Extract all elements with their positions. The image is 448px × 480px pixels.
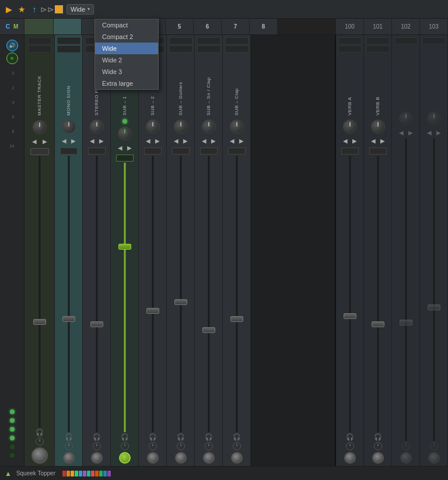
ch2-clock[interactable] [93,442,101,450]
view-dropdown-button[interactable]: Wide ▾ [66,4,94,15]
ch100-clock[interactable] [346,442,354,450]
ch6-knob[interactable] [203,452,215,464]
ch101-arrow-right[interactable]: ▶ [379,136,386,145]
master-pan-knob[interactable] [33,120,47,134]
ch1-fader-handle[interactable] [62,316,75,322]
c-button[interactable]: 🔊 [6,40,18,51]
ch7-clock[interactable] [233,442,241,450]
ch6-pan-knob[interactable] [202,120,216,134]
ch101-clock[interactable] [374,442,382,450]
ch6-headphone[interactable]: 🎧 [205,433,213,441]
dropdown-item-compact2[interactable]: Compact 2 [95,31,158,43]
play-icon[interactable]: ▶ [4,4,14,15]
ch2-headphone[interactable]: 🎧 [93,433,101,441]
m-button[interactable]: ≡ [6,52,18,64]
ch102-pan-knob[interactable] [399,111,413,125]
ch4-headphone[interactable]: 🎧 [149,433,157,441]
ch101-headphone[interactable]: 🎧 [374,433,382,441]
ch101-arrow-left[interactable]: ◀ [370,136,377,145]
ch102-fader-handle[interactable] [400,320,412,325]
ch103-knob[interactable] [428,452,440,464]
ch4-arrow-right[interactable]: ▶ [154,136,161,145]
ch3-knob[interactable] [119,452,131,464]
ch6-fader-handle[interactable] [202,327,215,333]
ch6-arrow-left[interactable]: ◀ [201,136,208,145]
header-ch7[interactable]: 7 [222,19,250,34]
ch5-clock[interactable] [177,442,185,450]
ch100-arrow-right[interactable]: ▶ [351,136,358,145]
up-icon[interactable]: ↑ [29,4,40,15]
skip-icon[interactable]: ⊳⊳ [42,4,52,15]
ch100-headphone[interactable]: 🎧 [346,433,354,441]
star-icon[interactable]: ★ [16,4,27,15]
header-ch5[interactable]: 5 [166,19,194,34]
ch3-arrow-left[interactable]: ◀ [117,143,124,152]
header-103[interactable]: 103 [420,19,448,34]
ch7-pan-knob[interactable] [230,120,244,134]
ch1-clock[interactable] [65,442,73,450]
ch6-insert2[interactable] [197,45,220,52]
master-arrow-left[interactable]: ◀ [31,137,38,146]
ch2-fader-handle[interactable] [90,321,103,327]
ch7-insert2[interactable] [225,45,249,52]
header-101[interactable]: 101 [364,19,392,34]
ch100-insert[interactable] [338,37,362,44]
header-ch6[interactable]: 6 [194,19,222,34]
ch3-clock[interactable] [121,442,129,450]
ch7-fader-handle[interactable] [230,316,243,322]
ch103-clock[interactable] [430,442,438,450]
header-ch8[interactable]: 8 [250,19,278,34]
ch6-arrow-right[interactable]: ▶ [210,136,217,145]
ch7-knob[interactable] [231,452,243,464]
ch4-pan-knob[interactable] [146,120,160,134]
master-insert-btn[interactable] [28,37,51,44]
ch103-fader-handle[interactable] [428,304,440,310]
ch101-knob[interactable] [372,452,384,464]
ch1-arrow-left[interactable]: ◀ [61,136,68,145]
dropdown-item-wide[interactable]: Wide [95,43,158,54]
dropdown-item-extralarge[interactable]: Extra large [95,78,158,89]
color-swatch[interactable] [55,5,63,13]
ch4-clock[interactable] [149,442,157,450]
master-headphone[interactable]: 🎧 [36,429,44,436]
scroll-left-btn[interactable]: ▲ [5,470,12,478]
ch1-pan-knob[interactable] [62,120,76,134]
master-fader-handle[interactable] [33,319,46,325]
ch100-fader-handle[interactable] [344,313,356,319]
ch7-arrow-right[interactable]: ▶ [238,136,245,145]
ch103-pan-knob[interactable] [427,111,441,125]
ch103-arrow-left[interactable]: ◀ [426,128,433,137]
dropdown-item-wide2[interactable]: Wide 2 [95,54,158,66]
master-knob[interactable] [32,447,48,464]
master-clock[interactable] [36,437,44,446]
ch7-headphone[interactable]: 🎧 [233,433,241,441]
ch5-headphone[interactable]: 🎧 [177,433,185,441]
ch6-clock[interactable] [205,442,213,450]
ch103-arrow-right[interactable]: ▶ [435,128,442,137]
ch100-insert2[interactable] [338,45,362,52]
ch100-arrow-left[interactable]: ◀ [342,136,349,145]
ch5-pan-knob[interactable] [174,120,188,134]
ch5-fader-handle[interactable] [174,299,187,305]
ch3-pan-knob[interactable] [118,127,132,141]
ch7-insert[interactable] [225,37,249,44]
ch100-pan-knob[interactable] [343,120,357,134]
dropdown-item-compact[interactable]: Compact [95,19,158,31]
ch101-pan-knob[interactable] [371,120,385,134]
header-102[interactable]: 102 [392,19,420,34]
ch4-arrow-left[interactable]: ◀ [145,136,152,145]
ch5-arrow-left[interactable]: ◀ [173,136,180,145]
ch4-fader-handle[interactable] [146,308,159,314]
ch102-knob[interactable] [400,452,412,464]
master-insert-btn2[interactable] [28,45,51,52]
ch102-clock[interactable] [402,442,410,450]
ch5-arrow-right[interactable]: ▶ [182,136,189,145]
ch101-insert2[interactable] [366,45,390,52]
ch1-headphone[interactable]: 🎧 [65,433,73,441]
dropdown-item-wide3[interactable]: Wide 3 [95,66,158,78]
ch5-knob[interactable] [175,452,187,464]
ch5-insert[interactable] [169,37,192,44]
ch4-knob[interactable] [147,452,159,464]
ch2-knob[interactable] [91,452,103,464]
ch1-insert2[interactable] [57,45,80,52]
